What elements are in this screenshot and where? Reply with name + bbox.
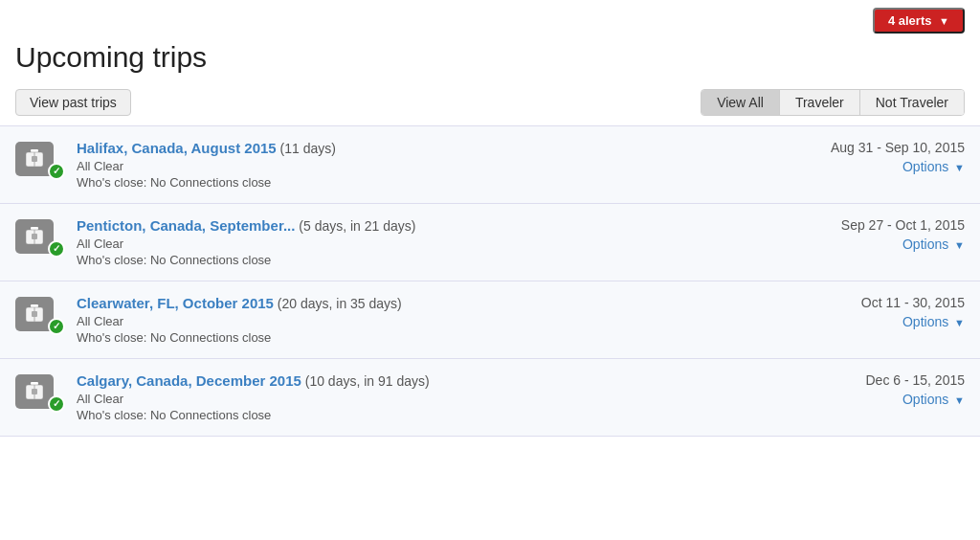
filter-traveler-button[interactable]: Traveler (779, 90, 859, 115)
svg-rect-0 (31, 149, 38, 152)
trip-status: All Clear (77, 159, 802, 173)
filter-not-traveler-button[interactable]: Not Traveler (859, 90, 964, 115)
trip-duration: (10 days, in 91 days) (305, 373, 430, 389)
top-bar: 4 alerts ▼ (0, 0, 980, 37)
trip-icon-wrap (15, 142, 65, 176)
trip-duration: (5 days, in 21 days) (299, 218, 415, 234)
options-arrow: ▼ (954, 394, 965, 406)
trip-right: Oct 11 - 30, 2015 Options ▼ (802, 295, 965, 329)
trip-duration: (20 days, in 35 days) (278, 296, 402, 311)
trip-connections: Who's close: No Connections close (77, 330, 802, 345)
trip-right: Aug 31 - Sep 10, 2015 Options ▼ (802, 140, 965, 174)
trip-dates: Dec 6 - 15, 2015 (802, 372, 965, 388)
trip-status: All Clear (77, 392, 802, 406)
svg-rect-9 (32, 234, 37, 239)
svg-rect-19 (32, 389, 37, 394)
trip-name-line: Clearwater, FL, October 2015 (20 days, i… (77, 295, 802, 311)
check-badge (48, 318, 65, 335)
trip-right: Sep 27 - Oct 1, 2015 Options ▼ (802, 217, 965, 252)
svg-rect-15 (31, 382, 38, 385)
svg-rect-14 (32, 311, 37, 317)
trip-status: All Clear (77, 314, 802, 328)
trip-icon-wrap (15, 374, 65, 409)
trip-row: Clearwater, FL, October 2015 (20 days, i… (0, 281, 980, 358)
trip-details: Halifax, Canada, August 2015 (11 days) A… (77, 140, 802, 190)
trip-options-link[interactable]: Options ▼ (902, 159, 965, 174)
trip-dates: Oct 11 - 30, 2015 (802, 295, 965, 310)
trip-options-link[interactable]: Options ▼ (902, 314, 965, 329)
options-arrow: ▼ (954, 239, 965, 251)
trip-connections: Who's close: No Connections close (77, 175, 802, 190)
svg-rect-5 (31, 227, 38, 230)
suitcase-svg (23, 303, 46, 326)
trip-dates: Sep 27 - Oct 1, 2015 (802, 217, 965, 233)
trip-row: Calgary, Canada, December 2015 (10 days,… (0, 358, 980, 437)
trip-duration: (11 days) (280, 141, 336, 156)
trip-name-line: Penticton, Canada, September... (5 days,… (77, 217, 802, 234)
trip-name-line: Halifax, Canada, August 2015 (11 days) (77, 140, 802, 156)
svg-rect-4 (32, 156, 37, 162)
trip-dates: Aug 31 - Sep 10, 2015 (802, 140, 965, 155)
alerts-button[interactable]: 4 alerts ▼ (873, 8, 965, 34)
toolbar: View past trips View All Traveler Not Tr… (0, 81, 980, 125)
trip-name-link[interactable]: Clearwater, FL, October 2015 (77, 295, 274, 311)
trip-status: All Clear (77, 236, 802, 251)
options-arrow: ▼ (954, 317, 965, 328)
trip-row: Halifax, Canada, August 2015 (11 days) A… (0, 125, 980, 203)
trip-name-link[interactable]: Calgary, Canada, December 2015 (77, 372, 301, 389)
trip-right: Dec 6 - 15, 2015 Options ▼ (802, 372, 965, 407)
suitcase-svg (23, 225, 46, 248)
trip-options-link[interactable]: Options ▼ (902, 236, 965, 252)
suitcase-svg (23, 380, 46, 403)
trips-list: Halifax, Canada, August 2015 (11 days) A… (0, 125, 980, 437)
check-badge (48, 163, 65, 180)
trip-details: Penticton, Canada, September... (5 days,… (77, 217, 802, 267)
page-header: Upcoming trips (0, 37, 980, 81)
filter-view-all-button[interactable]: View All (702, 90, 779, 115)
filter-group: View All Traveler Not Traveler (701, 89, 965, 116)
alerts-arrow: ▼ (939, 15, 949, 27)
trip-connections: Who's close: No Connections close (77, 408, 802, 422)
trip-options-link[interactable]: Options ▼ (902, 392, 965, 407)
check-badge (48, 395, 65, 413)
svg-rect-10 (31, 304, 38, 307)
view-past-trips-button[interactable]: View past trips (15, 89, 131, 116)
alerts-label: 4 alerts (888, 13, 932, 28)
options-arrow: ▼ (954, 162, 965, 173)
trip-icon-wrap (15, 297, 65, 331)
check-badge (48, 240, 65, 258)
trip-details: Calgary, Canada, December 2015 (10 days,… (77, 372, 802, 422)
trip-details: Clearwater, FL, October 2015 (20 days, i… (77, 295, 802, 345)
trip-row: Penticton, Canada, September... (5 days,… (0, 203, 980, 281)
trip-name-line: Calgary, Canada, December 2015 (10 days,… (77, 372, 802, 389)
page-title: Upcoming trips (15, 41, 965, 74)
trip-name-link[interactable]: Penticton, Canada, September... (77, 217, 295, 234)
suitcase-svg (23, 147, 46, 170)
trip-icon-wrap (15, 219, 65, 254)
trip-name-link[interactable]: Halifax, Canada, August 2015 (77, 140, 277, 156)
trip-connections: Who's close: No Connections close (77, 253, 802, 267)
